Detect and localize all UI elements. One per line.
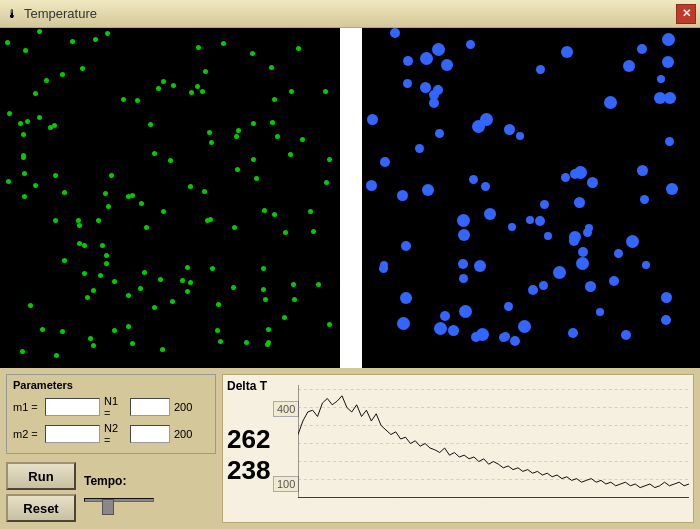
param-row-m1: m1 = N1 = 200 <box>13 395 209 419</box>
green-dot <box>135 98 140 103</box>
green-dot <box>105 31 110 36</box>
green-dot <box>232 225 237 230</box>
blue-dot <box>596 308 604 316</box>
green-dot <box>112 279 117 284</box>
green-dot <box>52 123 57 128</box>
m1-label: m1 = <box>13 401 41 413</box>
blue-dot <box>528 285 538 295</box>
green-dot <box>44 78 49 83</box>
green-dot <box>93 37 98 42</box>
blue-dot <box>472 120 485 133</box>
blue-dot <box>583 228 592 237</box>
green-dot <box>60 72 65 77</box>
app-icon: 🌡 <box>4 6 20 22</box>
green-dot <box>37 115 42 120</box>
green-dot <box>265 342 270 347</box>
blue-dot <box>665 137 674 146</box>
green-dot <box>91 288 96 293</box>
green-dot <box>126 194 131 199</box>
green-dot <box>28 303 33 308</box>
big-numbers: 262 238 <box>227 425 270 484</box>
green-dot <box>272 212 277 217</box>
green-dot <box>80 66 85 71</box>
blue-dot <box>466 40 475 49</box>
green-dot <box>70 39 75 44</box>
blue-dot <box>484 208 496 220</box>
green-dot <box>308 209 313 214</box>
blue-dot <box>432 43 445 56</box>
green-dot <box>126 324 131 329</box>
green-dot <box>188 280 193 285</box>
green-dot <box>138 286 143 291</box>
green-dot <box>171 83 176 88</box>
blue-dot <box>508 223 516 231</box>
green-dot <box>98 273 103 278</box>
green-dot <box>22 171 27 176</box>
blue-dot <box>429 98 439 108</box>
reset-button[interactable]: Reset <box>6 494 76 522</box>
m2-input[interactable] <box>45 425 100 443</box>
green-dot <box>234 134 239 139</box>
green-dot <box>104 253 109 258</box>
n2-value: 200 <box>174 428 202 440</box>
green-dot <box>91 343 96 348</box>
chart-container: 300 250 200 150 100 50 0 <box>298 385 689 502</box>
blue-dot <box>434 322 447 335</box>
green-dot <box>161 79 166 84</box>
blue-dot <box>476 328 489 341</box>
green-dot <box>54 353 59 358</box>
green-dot <box>189 90 194 95</box>
blue-dot <box>504 124 515 135</box>
blue-dot <box>367 114 378 125</box>
window-title: Temperature <box>24 6 97 21</box>
green-dot <box>21 132 26 137</box>
chart-svg: 300 250 200 150 100 50 0 <box>298 385 689 502</box>
green-dot <box>7 111 12 116</box>
blue-dot <box>623 60 635 72</box>
tempo-slider[interactable] <box>84 490 154 510</box>
blue-dot <box>642 261 650 269</box>
blue-dot <box>400 292 412 304</box>
graph-line <box>298 396 689 488</box>
green-dot <box>112 328 117 333</box>
run-button[interactable]: Run <box>6 462 76 490</box>
green-dot <box>37 29 42 34</box>
blue-dot <box>469 175 478 184</box>
green-dot <box>77 223 82 228</box>
green-dot <box>185 289 190 294</box>
blue-dot <box>666 183 678 195</box>
green-dot <box>82 243 87 248</box>
green-dot <box>152 305 157 310</box>
m1-input[interactable] <box>45 398 100 416</box>
green-dot <box>170 299 175 304</box>
blue-dot <box>403 56 413 66</box>
close-button[interactable]: ✕ <box>676 4 696 24</box>
blue-dot <box>568 328 578 338</box>
blue-dot <box>401 241 411 251</box>
green-dot <box>261 287 266 292</box>
green-dot <box>161 209 166 214</box>
m2-label: m2 = <box>13 428 41 440</box>
graph-area: Delta T 262 238 400 100 300 250 200 150 … <box>222 374 694 523</box>
blue-dot <box>516 132 524 140</box>
blue-dot <box>637 165 648 176</box>
blue-dot <box>441 59 453 71</box>
blue-dot <box>661 292 672 303</box>
blue-dot <box>458 229 470 241</box>
blue-dot <box>640 195 649 204</box>
green-dot <box>324 180 329 185</box>
blue-dot <box>609 276 619 286</box>
blue-dot <box>614 249 623 258</box>
green-dot <box>266 327 271 332</box>
blue-dot <box>420 82 431 93</box>
blue-dot <box>585 281 596 292</box>
n2-input[interactable] <box>130 425 170 443</box>
green-dot <box>82 271 87 276</box>
green-dot <box>139 201 144 206</box>
divider <box>340 28 362 368</box>
n1-input[interactable] <box>130 398 170 416</box>
green-dot <box>270 120 275 125</box>
blue-dot <box>433 85 443 95</box>
green-dot <box>21 153 26 158</box>
green-dot <box>209 140 214 145</box>
